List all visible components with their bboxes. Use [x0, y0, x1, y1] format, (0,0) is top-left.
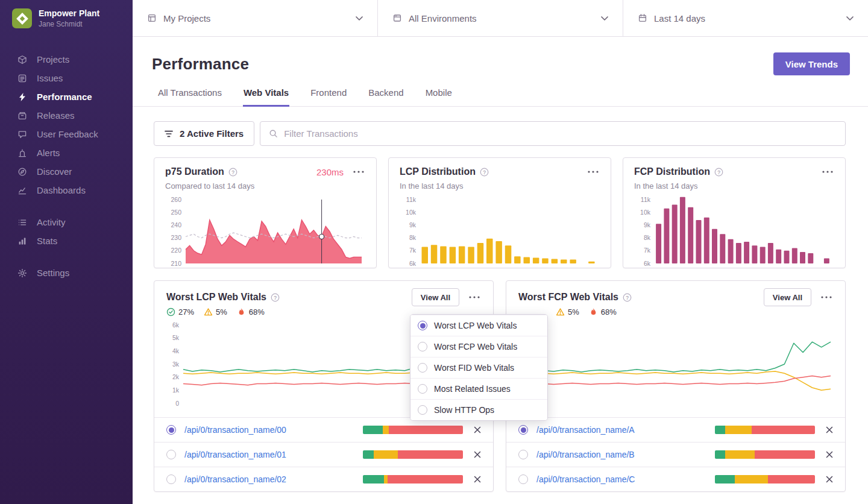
- menu-radio-button: [418, 405, 427, 415]
- row-radio-button[interactable]: [518, 425, 528, 435]
- org-name: Empower Plant: [39, 8, 99, 18]
- menu-item-worst-lcp-web-vitals[interactable]: Worst LCP Web Vitals: [410, 315, 547, 336]
- card-subtitle: In the last 14 days: [400, 181, 600, 191]
- more-icon[interactable]: [821, 169, 834, 175]
- menu-item-label: Worst FID Web Vitals: [434, 363, 514, 373]
- close-icon[interactable]: [474, 426, 481, 433]
- global-filter-last-14-days[interactable]: Last 14 days: [623, 0, 868, 36]
- help-icon[interactable]: ?: [480, 168, 489, 177]
- tab-web-vitals[interactable]: Web Vitals: [243, 87, 289, 107]
- svg-text:?: ?: [274, 294, 277, 300]
- search-input[interactable]: [284, 128, 837, 139]
- svg-text:?: ?: [626, 294, 629, 300]
- row-radio-button[interactable]: [518, 450, 528, 459]
- svg-text:4k: 4k: [172, 347, 180, 354]
- sidebar-item-alerts[interactable]: Alerts: [0, 143, 133, 162]
- meh-segment: [725, 426, 752, 434]
- svg-text:8k: 8k: [409, 234, 417, 241]
- lcp-distribution-card: LCP Distribution ? In the last 14 days 1…: [388, 157, 611, 268]
- worst-fcp-card: Worst FCP Web Vitals ? View All 5% 6: [506, 280, 846, 492]
- fcp-distribution-card: FCP Distribution ? In the last 14 days 1…: [623, 157, 846, 268]
- sidebar-item-dashboards[interactable]: Dashboards: [0, 181, 133, 200]
- transaction-link[interactable]: /api/0/transaction_name/02: [184, 474, 286, 484]
- org-switcher[interactable]: Empower Plant Jane Schmidt: [0, 0, 133, 37]
- dashboards-icon: [17, 185, 27, 195]
- page-title: Performance: [152, 55, 249, 74]
- close-icon[interactable]: [474, 451, 481, 458]
- sidebar-item-releases[interactable]: Releases: [0, 106, 133, 125]
- row-radio-button[interactable]: [166, 425, 176, 435]
- help-icon[interactable]: ?: [714, 168, 723, 177]
- svg-text:7k: 7k: [409, 247, 417, 254]
- close-icon[interactable]: [826, 451, 833, 458]
- more-icon[interactable]: [587, 169, 600, 175]
- global-filter-my-projects[interactable]: My Projects: [133, 0, 378, 36]
- more-icon[interactable]: [468, 294, 481, 300]
- good-segment: [363, 426, 383, 434]
- help-icon[interactable]: ?: [228, 168, 237, 177]
- more-icon[interactable]: [352, 169, 365, 175]
- transaction-row-api-0-transaction-name-b: /api/0/transaction_name/B: [506, 442, 845, 467]
- chevron-down-icon: [356, 16, 363, 20]
- help-icon[interactable]: ?: [271, 293, 280, 302]
- menu-item-worst-fid-web-vitals[interactable]: Worst FID Web Vitals: [410, 357, 547, 378]
- sidebar-item-label: Dashboards: [37, 185, 86, 195]
- user-name: Jane Schmidt: [39, 20, 99, 28]
- app-root: Empower Plant Jane Schmidt Projects Issu…: [0, 0, 868, 504]
- meh-segment: [383, 426, 389, 434]
- transaction-link[interactable]: /api/0/transaction_name/01: [184, 450, 286, 459]
- sidebar-item-discover[interactable]: Discover: [0, 162, 133, 181]
- menu-item-slow-http-ops[interactable]: Slow HTTP Ops: [410, 399, 547, 420]
- transaction-list: /api/0/transaction_name/00 /api/0/transa…: [154, 417, 493, 491]
- menu-item-most-related-issues[interactable]: Most Related Issues: [410, 378, 547, 399]
- sidebar-item-activity[interactable]: Activity: [0, 213, 133, 232]
- poor-segment: [752, 426, 815, 434]
- transaction-row-api-0-transaction-name-00: /api/0/transaction_name/00: [154, 417, 493, 442]
- meh-segment: [374, 450, 398, 459]
- more-icon[interactable]: [820, 294, 833, 300]
- close-icon[interactable]: [826, 426, 833, 433]
- tab-all-transactions[interactable]: All Transactions: [157, 87, 222, 107]
- menu-item-worst-fcp-web-vitals[interactable]: Worst FCP Web Vitals: [410, 336, 547, 357]
- svg-text:250: 250: [171, 209, 181, 216]
- main-area: My Projects All Environments Last 14 day…: [133, 0, 868, 504]
- svg-text:6k: 6k: [644, 260, 651, 267]
- transaction-link[interactable]: /api/0/transaction_name/B: [536, 450, 635, 459]
- tab-frontend[interactable]: Frontend: [310, 87, 347, 107]
- summary-cards-row: p75 Duration ? 230ms Compared to last 14…: [154, 157, 846, 268]
- sidebar-item-stats[interactable]: Stats: [0, 232, 133, 250]
- transaction-link[interactable]: /api/0/transaction_name/A: [536, 425, 635, 435]
- view-all-button[interactable]: View All: [412, 288, 459, 306]
- sidebar-item-settings[interactable]: Settings: [0, 263, 133, 282]
- sidebar-item-label: Performance: [37, 92, 92, 102]
- sidebar-item-projects[interactable]: Projects: [0, 50, 133, 69]
- global-filter-all-environments[interactable]: All Environments: [378, 0, 623, 36]
- row-radio-button[interactable]: [166, 450, 176, 459]
- transaction-link[interactable]: /api/0/transaction_name/C: [536, 474, 635, 484]
- vitals-breakdown-bar: [715, 426, 815, 434]
- calendar-icon: [638, 13, 647, 23]
- tab-backend[interactable]: Backend: [368, 87, 404, 107]
- close-icon[interactable]: [826, 476, 833, 483]
- active-filters-button[interactable]: 2 Active Filters: [154, 121, 254, 146]
- help-icon[interactable]: ?: [623, 293, 632, 302]
- sidebar-item-performance[interactable]: Performance: [0, 87, 133, 106]
- sidebar-item-user-feedback[interactable]: User Feedback: [0, 125, 133, 143]
- transaction-row-api-0-transaction-name-02: /api/0/transaction_name/02: [154, 467, 493, 491]
- vitals-stats: 5% 68%: [506, 306, 845, 317]
- row-radio-button[interactable]: [518, 474, 528, 484]
- poor-segment: [388, 475, 463, 484]
- svg-text:1k: 1k: [172, 386, 180, 394]
- view-all-button[interactable]: View All: [764, 288, 811, 306]
- close-icon[interactable]: [474, 476, 481, 483]
- sidebar-item-issues[interactable]: Issues: [0, 69, 133, 87]
- performance-icon: [17, 92, 27, 102]
- row-radio-button[interactable]: [166, 474, 176, 484]
- svg-text:6k: 6k: [172, 322, 180, 329]
- menu-item-label: Slow HTTP Ops: [434, 405, 494, 415]
- settings-icon: [17, 268, 27, 278]
- vitals-breakdown-bar: [363, 426, 463, 434]
- tab-mobile[interactable]: Mobile: [425, 87, 453, 107]
- view-trends-button[interactable]: View Trends: [773, 52, 850, 75]
- transaction-link[interactable]: /api/0/transaction_name/00: [184, 425, 286, 435]
